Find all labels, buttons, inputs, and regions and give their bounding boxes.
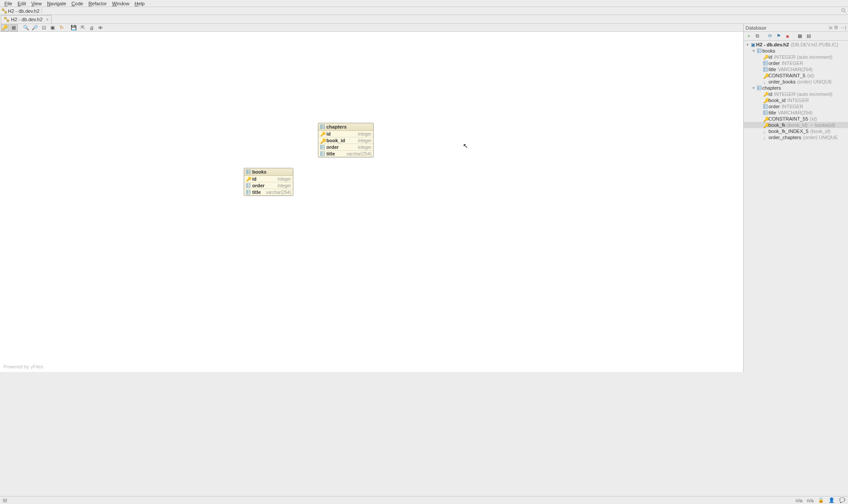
entity-column-row[interactable]: orderinteger xyxy=(318,144,373,151)
close-icon[interactable]: × xyxy=(46,17,49,22)
column-name: title xyxy=(326,151,335,156)
mouse-cursor-icon: ↖ xyxy=(463,142,468,149)
item-name: title xyxy=(768,67,776,72)
svg-point-3 xyxy=(842,8,845,11)
tree-datasource[interactable]: ▾▣H2 - db.dev.h2(DB.DEV.H2.PUBLIC) xyxy=(744,42,848,48)
chevron-down-icon[interactable]: ▾ xyxy=(751,86,756,90)
entity-books[interactable]: books 🔑idintegerorderintegertitlevarchar… xyxy=(244,168,293,196)
tree-item[interactable]: 🔑book_fk(book_id) → books(id) xyxy=(744,122,848,128)
tab-diagram[interactable]: H2 - db.dev.h2 × xyxy=(1,15,52,23)
entity-column-row[interactable]: 🔑book_idinteger xyxy=(318,137,373,144)
item-name: CONSTRAINT_5 xyxy=(768,73,806,78)
column-name: book_id xyxy=(326,138,345,143)
item-name: book_fk xyxy=(768,122,786,128)
zoom-out-icon[interactable]: 🔎 xyxy=(31,24,39,31)
zoom-in-icon[interactable]: 🔍 xyxy=(22,24,30,31)
preview-icon[interactable]: 👁 xyxy=(96,24,104,31)
tree-item[interactable]: 🔑CONSTRAINT_55(id) xyxy=(744,116,848,122)
menu-help[interactable]: Help xyxy=(132,1,148,6)
entity-column-row[interactable]: titlevarchar(254) xyxy=(318,151,373,157)
entity-column-row[interactable]: 🔑idinteger xyxy=(244,176,293,182)
zoom-fit-icon[interactable]: ▣ xyxy=(49,24,57,31)
print-icon[interactable]: 🖨 xyxy=(87,24,95,31)
grid-toggle[interactable]: ▦ xyxy=(10,24,18,31)
tree-table[interactable]: ▾chapters xyxy=(744,85,848,91)
progress-icon[interactable]: ▤ xyxy=(3,497,7,503)
copy-icon[interactable]: ⧉ xyxy=(753,33,761,40)
svg-rect-20 xyxy=(246,170,250,174)
chevron-down-icon[interactable]: ▾ xyxy=(745,42,750,47)
chevron-down-icon[interactable]: ▾ xyxy=(751,49,756,53)
svg-rect-48 xyxy=(764,105,768,109)
item-name: order xyxy=(768,104,780,109)
column-type: integer xyxy=(358,132,371,136)
gear-icon[interactable]: ⚙ xyxy=(834,25,838,30)
tree-item[interactable]: 🔑idINTEGER (auto increment) xyxy=(744,54,848,60)
minimize-icon[interactable]: →| xyxy=(840,25,846,30)
diagram-toolbar: 🔑 ▦ 🔍 🔎 ⊡ ▣ ↻ 💾 ⇱ 🖨 👁 xyxy=(0,24,743,32)
menu-window[interactable]: Window xyxy=(110,1,132,6)
item-detail: VARCHAR(254) xyxy=(778,110,813,115)
tree-item[interactable]: titleVARCHAR(254) xyxy=(744,66,848,72)
item-name: order xyxy=(768,61,780,66)
entity-column-row[interactable]: titlevarchar(254) xyxy=(244,189,293,195)
svg-rect-5 xyxy=(4,17,6,19)
breadcrumb-text[interactable]: H2 - db.dev.h2 xyxy=(8,8,39,14)
tree-item[interactable]: orderINTEGER xyxy=(744,60,848,66)
tree-item[interactable]: orderINTEGER xyxy=(744,103,848,110)
key-icon: 🔑 xyxy=(763,55,768,59)
export-icon[interactable]: ⇱ xyxy=(79,24,87,31)
tree-item[interactable]: ↓order_chapters(order) UNIQUE xyxy=(744,134,848,140)
menu-code[interactable]: Code xyxy=(69,1,86,6)
sync-icon[interactable]: ⟳ xyxy=(766,33,774,40)
entity-column-row[interactable]: 🔑idinteger xyxy=(318,131,373,137)
tree-item[interactable]: 🔑idINTEGER (auto increment) xyxy=(744,91,848,97)
database-tree[interactable]: ▾▣H2 - db.dev.h2(DB.DEV.H2.PUBLIC)▾books… xyxy=(744,41,848,372)
save-icon[interactable]: 💾 xyxy=(70,24,78,31)
svg-rect-44 xyxy=(757,86,761,90)
tree-item[interactable]: 🔑CONSTRAINT_5(id) xyxy=(744,72,848,79)
zoom-actual-icon[interactable]: ⊡ xyxy=(40,24,48,31)
datasource-name: H2 - db.dev.h2 xyxy=(756,42,789,47)
search-icon[interactable] xyxy=(841,8,846,14)
status-left: ▤ xyxy=(3,497,7,503)
svg-rect-8 xyxy=(321,125,325,129)
menu-navigate[interactable]: Navigate xyxy=(44,1,68,6)
tree-table[interactable]: ▾books xyxy=(744,48,848,54)
chat-icon[interactable]: 💬 xyxy=(839,497,845,503)
flag-icon[interactable]: ⚑ xyxy=(775,33,783,40)
menu-edit[interactable]: Edit xyxy=(15,1,29,6)
entity-column-row[interactable]: orderinteger xyxy=(244,182,293,189)
column-name: title xyxy=(252,189,261,195)
console-icon[interactable]: ▤ xyxy=(805,33,813,40)
add-icon[interactable]: ＋ xyxy=(745,33,753,40)
pin-icon[interactable]: ⇲ xyxy=(828,25,832,30)
item-detail: INTEGER xyxy=(787,98,809,103)
key-toggle[interactable]: 🔑 xyxy=(1,24,9,31)
tree-item[interactable]: ↓book_fk_INDEX_5(book_id) xyxy=(744,128,848,134)
refresh-icon[interactable]: ↻ xyxy=(57,24,65,31)
column-icon xyxy=(763,110,768,115)
menu-file[interactable]: File xyxy=(2,1,15,6)
diagram-canvas[interactable]: chapters 🔑idinteger🔑book_idintegerorderi… xyxy=(0,32,743,372)
stop-icon[interactable]: ■ xyxy=(784,33,791,40)
diagram-icon xyxy=(4,17,9,22)
datasource-icon: ▣ xyxy=(750,42,756,48)
lock-icon[interactable]: 🔒 xyxy=(818,497,824,503)
tree-item[interactable]: titleVARCHAR(254) xyxy=(744,110,848,116)
column-icon xyxy=(763,67,768,72)
status-na-1: n/a xyxy=(795,498,802,503)
entity-chapters[interactable]: chapters 🔑idinteger🔑book_idintegerorderi… xyxy=(318,123,374,157)
item-name: order_books xyxy=(768,79,795,84)
person-icon[interactable]: 👤 xyxy=(829,497,835,503)
menu-view[interactable]: View xyxy=(29,1,45,6)
table-view-icon[interactable]: ▦ xyxy=(796,33,804,40)
menu-refactor[interactable]: Refactor xyxy=(86,1,110,6)
breadcrumb-bar: H2 - db.dev.h2 〉 xyxy=(0,7,848,15)
tree-item[interactable]: ↓order_books(order) UNIQUE xyxy=(744,79,848,85)
tree-item[interactable]: 🔑book_idINTEGER xyxy=(744,97,848,103)
item-name: book_id xyxy=(768,98,786,103)
constraint-icon: 🔑 xyxy=(763,73,768,78)
item-name: book_fk_INDEX_5 xyxy=(768,129,809,134)
table-icon xyxy=(320,125,325,129)
